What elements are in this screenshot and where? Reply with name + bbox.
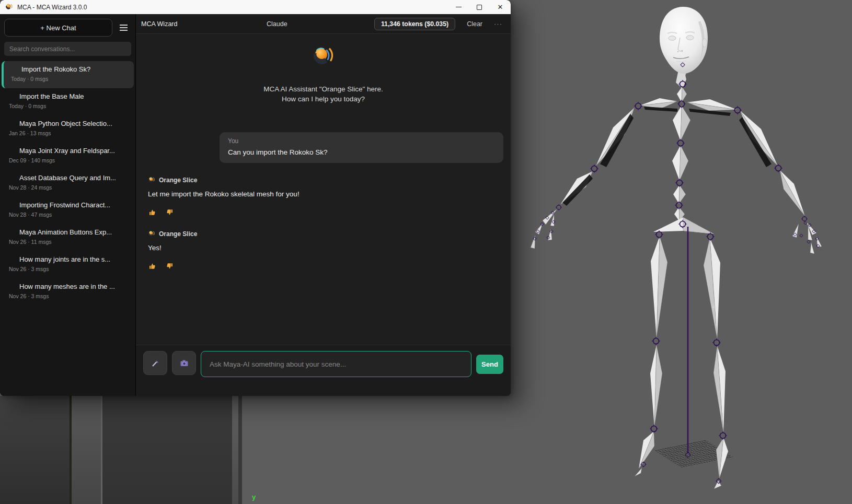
thumb-down-button[interactable] (165, 262, 174, 271)
conversation-list: Import the Rokoko Sk? Today · 0 msgs Imp… (0, 61, 135, 306)
feedback-row (148, 208, 500, 217)
maximize-button[interactable] (469, 0, 490, 14)
message-text: Let me import the Rokoko skeletal mesh f… (148, 190, 500, 198)
chat-input-bar: Send (136, 345, 511, 396)
thumb-down-icon (166, 208, 174, 216)
orange-slice-logo-icon (148, 177, 155, 184)
chat-input-box (201, 351, 471, 377)
maya-side-panel (0, 396, 70, 504)
thumb-down-icon (166, 262, 174, 270)
message-sender: You (228, 137, 495, 145)
message-sender: Orange Slice (159, 230, 197, 238)
maya-panel-edge (232, 396, 238, 504)
message-text: Can you import the Rokoko Sk? (228, 148, 495, 156)
assistant-message: Orange Slice Let me import the Rokoko sk… (148, 177, 500, 217)
thumb-down-button[interactable] (165, 208, 174, 217)
conversation-item[interactable]: Importing Frostwind Charact... Nov 28 · … (0, 197, 135, 224)
message-sender: Orange Slice (159, 177, 197, 184)
conversations-sidebar: + New Chat Import the Rokoko Sk? Today ·… (0, 14, 136, 396)
assistant-message: Orange Slice Yes! (148, 230, 500, 271)
wand-icon (150, 358, 160, 368)
token-count-badge: 11,346 tokens ($0.035) (374, 18, 455, 30)
conversation-item[interactable]: How many meshes are in the ... Nov 26 · … (0, 278, 135, 306)
camera-icon (179, 358, 189, 368)
welcome-line2: How can I help you today? (136, 94, 511, 104)
conversation-item[interactable]: Maya Animation Buttons Exp... Nov 26 · 1… (0, 224, 135, 251)
welcome-line1: MCA AI Assistant "Orange Slice" here. (136, 84, 511, 94)
conversation-item[interactable]: Maya Joint Xray and Feldspar... Dec 09 ·… (0, 143, 135, 170)
conversation-item[interactable]: Import the Rokoko Sk? Today · 0 msgs (2, 61, 134, 88)
thumb-up-icon (148, 208, 156, 216)
chat-panel: MCA Wizard Claude 11,346 tokens ($0.035)… (136, 14, 511, 396)
conversation-item[interactable]: Maya Python Object Selectio... Jan 26 · … (0, 115, 135, 143)
maya-panel-edge (238, 396, 242, 504)
thumb-up-icon (148, 262, 156, 270)
maya-toolbox-panel (72, 396, 101, 504)
feedback-row (148, 262, 500, 271)
maximize-icon (477, 5, 482, 10)
thumb-up-button[interactable] (148, 208, 156, 217)
message-text: Yes! (148, 244, 500, 252)
model-label: Claude (267, 20, 287, 28)
more-options-button[interactable]: ··· (493, 19, 503, 29)
maya-viewport[interactable] (497, 0, 852, 504)
chat-header: MCA Wizard Claude 11,346 tokens ($0.035)… (136, 14, 511, 34)
menu-button[interactable] (117, 21, 130, 34)
app-logo-icon (5, 3, 13, 11)
send-button[interactable]: Send (476, 355, 503, 374)
new-chat-button[interactable]: + New Chat (4, 19, 112, 37)
window-titlebar[interactable]: MCA - MCA Wizard 3.0.0 ✕ (0, 0, 511, 14)
maya-tool-panel (102, 396, 232, 504)
conversation-item[interactable]: Import the Base Male Today · 0 msgs (0, 88, 135, 115)
skeleton-mesh (531, 7, 822, 489)
close-icon: ✕ (498, 4, 503, 10)
minimize-button[interactable] (448, 0, 469, 14)
wand-tool-button[interactable] (143, 351, 167, 375)
thumb-up-button[interactable] (148, 262, 156, 271)
message-list: MCA AI Assistant "Orange Slice" here. Ho… (136, 34, 511, 345)
orange-slice-logo-icon (312, 45, 336, 69)
desktop: y MCA - MCA Wizard 3.0.0 ✕ + New Chat (0, 0, 852, 504)
screenshot-tool-button[interactable] (172, 351, 196, 375)
conversation-item[interactable]: How many joints are in the s... Nov 26 ·… (0, 251, 135, 278)
mca-wizard-window: MCA - MCA Wizard 3.0.0 ✕ + New Chat Impo… (0, 0, 511, 396)
conversation-item[interactable]: Asset Database Query and Im... Nov 28 · … (0, 170, 135, 197)
orange-slice-logo-icon (148, 230, 155, 238)
clear-button[interactable]: Clear (465, 19, 485, 29)
user-message: You Can you import the Rokoko Sk? (220, 132, 503, 163)
close-button[interactable]: ✕ (490, 0, 511, 14)
welcome-block: MCA AI Assistant "Orange Slice" here. Ho… (136, 34, 511, 104)
minimize-icon (456, 7, 462, 8)
chat-title: MCA Wizard (141, 20, 177, 28)
search-box (4, 42, 131, 56)
search-conversations-input[interactable] (4, 45, 131, 53)
hamburger-icon (120, 25, 128, 26)
chat-message-input[interactable] (201, 360, 471, 368)
viewport-axis-y-label: y (252, 493, 256, 501)
window-title: MCA - MCA Wizard 3.0.0 (17, 4, 87, 11)
